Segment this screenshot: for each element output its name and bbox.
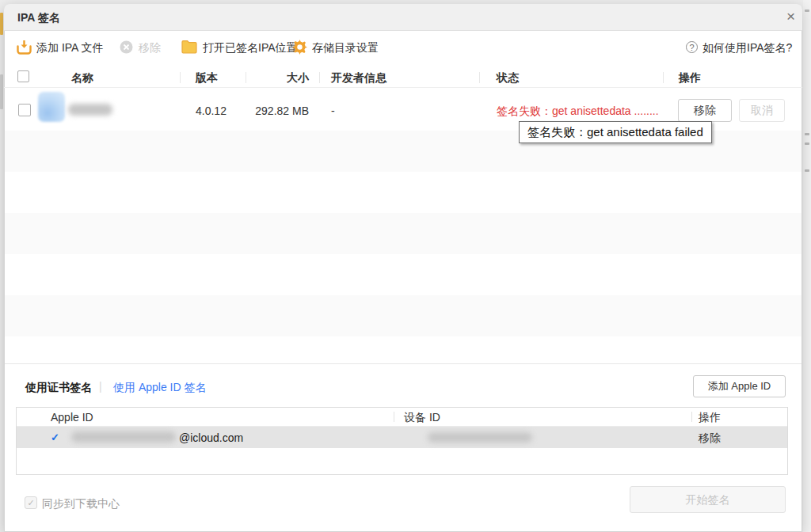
col-device-id: 设备 ID: [404, 412, 440, 423]
col-name: 名称: [71, 72, 93, 83]
tab-separator: |: [99, 381, 102, 392]
sync-label: 同步到下载中心: [42, 498, 120, 509]
background-artifact: [805, 10, 809, 12]
selected-check-icon: ✓: [51, 431, 59, 443]
app-size: 292.82 MB: [238, 105, 309, 116]
column-separator: [319, 72, 320, 83]
background-artifact: [805, 142, 809, 145]
app-icon: [38, 92, 65, 122]
row-cancel-button[interactable]: 取消: [739, 99, 785, 122]
app-version: 4.0.12: [196, 105, 227, 116]
col-status: 状态: [497, 72, 519, 83]
help-circle-icon: ?: [686, 41, 698, 53]
column-separator: [180, 72, 181, 83]
section-divider: [5, 363, 801, 364]
column-separator: [479, 72, 480, 83]
background-artifact: [0, 74, 3, 109]
close-icon[interactable]: ×: [786, 9, 795, 24]
column-separator: [691, 412, 692, 422]
screenshot-root: IPA 签名 × 添加 IPA 文件 移除 打开已签名IPA位置 存储目录设置 …: [0, 0, 811, 532]
column-separator: [246, 72, 246, 83]
app-developer: -: [331, 105, 335, 116]
redacted-device-id: [428, 432, 532, 443]
background-artifact: [0, 13, 3, 35]
col-action: 操作: [679, 72, 701, 83]
sync-checkbox[interactable]: ✓: [25, 496, 37, 509]
background-artifact: [805, 169, 809, 172]
add-apple-id-button[interactable]: 添加 Apple ID: [693, 375, 786, 397]
redacted-apple-id: [71, 431, 176, 443]
tab-certificate-signing[interactable]: 使用证书签名: [25, 382, 92, 393]
apple-id-remove-button[interactable]: 移除: [699, 432, 721, 443]
title-bar: [4, 4, 802, 31]
select-all-checkbox[interactable]: [17, 70, 29, 82]
open-signed-location-button[interactable]: 打开已签名IPA位置: [203, 42, 298, 53]
sign-status: 签名失败：get anisettedata ........: [497, 105, 659, 116]
import-ipa-icon: [16, 39, 32, 55]
col-developer: 开发者信息: [331, 72, 386, 83]
apple-id-suffix: @icloud.com: [179, 432, 243, 443]
remove-button[interactable]: 移除: [139, 42, 161, 53]
storage-settings-button[interactable]: 存储目录设置: [312, 42, 379, 53]
dialog-title: IPA 签名: [17, 12, 60, 23]
tab-apple-id-signing[interactable]: 使用 Apple ID 签名: [113, 382, 206, 393]
header-divider: [4, 87, 802, 88]
background-artifact: [805, 133, 809, 135]
start-signing-button[interactable]: 开始签名: [630, 486, 786, 513]
remove-circle-icon: [120, 40, 133, 54]
status-tooltip: 签名失败：get anisettedata failed: [519, 121, 712, 143]
add-ipa-button[interactable]: 添加 IPA 文件: [36, 42, 104, 53]
empty-row-stripe: [5, 213, 801, 254]
col-apple-id: Apple ID: [51, 412, 93, 423]
column-separator: [663, 72, 664, 83]
help-link[interactable]: 如何使用IPA签名?: [702, 42, 792, 53]
redacted-app-name: [68, 104, 112, 116]
col-appleid-action: 操作: [699, 412, 721, 423]
folder-icon: [181, 40, 197, 54]
row-remove-button[interactable]: 移除: [678, 99, 732, 122]
background-strip: [803, 0, 811, 532]
empty-row-stripe: [5, 295, 801, 336]
gear-icon: [292, 40, 307, 55]
column-separator: [394, 412, 394, 422]
col-size: 大小: [261, 72, 309, 83]
col-version: 版本: [196, 72, 218, 83]
row-checkbox[interactable]: [18, 104, 31, 116]
